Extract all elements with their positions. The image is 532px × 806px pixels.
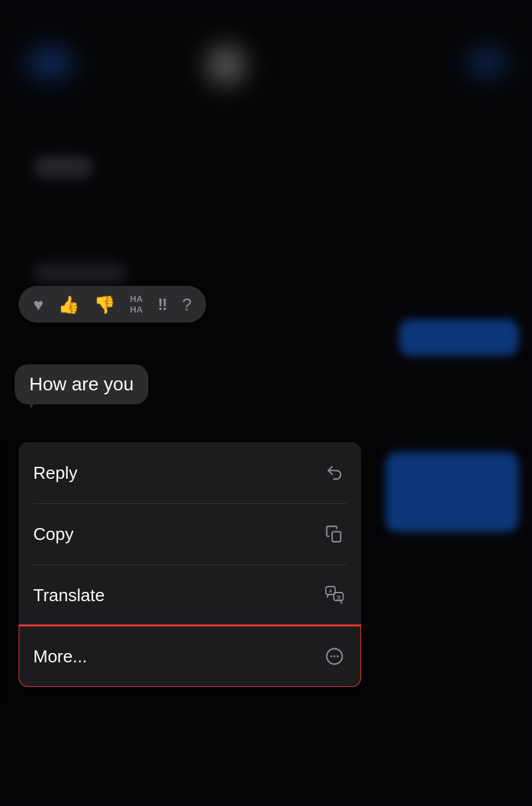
more-menu-item[interactable]: More...: [19, 626, 361, 687]
svg-rect-0: [332, 532, 341, 542]
reply-icon: [323, 461, 346, 485]
copy-label: Copy: [33, 524, 74, 545]
reaction-thumbs-down[interactable]: 👎: [94, 296, 115, 313]
reaction-exclamation[interactable]: ‼: [158, 297, 168, 313]
translate-label: Translate: [33, 585, 104, 606]
copy-menu-item[interactable]: Copy: [19, 503, 361, 565]
svg-text:文: 文: [336, 595, 341, 600]
more-icon: [323, 644, 346, 668]
context-menu: Reply Copy Translate: [19, 442, 361, 687]
reaction-haha[interactable]: HAHA: [130, 294, 143, 315]
more-label: More...: [33, 646, 87, 667]
svg-point-7: [334, 656, 336, 658]
translate-icon: A 文: [323, 583, 346, 607]
reply-menu-item[interactable]: Reply: [19, 442, 361, 503]
copy-icon: [323, 522, 346, 546]
reaction-question[interactable]: ?: [182, 296, 192, 313]
reaction-thumbs-up[interactable]: 👍: [58, 296, 79, 313]
svg-text:A: A: [329, 589, 332, 593]
reply-label: Reply: [33, 463, 77, 483]
content-layer: ♥ 👍 👎 HAHA ‼ ? How are you Reply Copy: [0, 0, 532, 806]
message-text: How are you: [29, 374, 134, 394]
message-bubble: How are you: [15, 364, 148, 404]
reaction-bar: ♥ 👍 👎 HAHA ‼ ?: [19, 286, 206, 323]
svg-point-6: [331, 656, 332, 658]
svg-point-8: [336, 656, 338, 658]
translate-menu-item[interactable]: Translate A 文: [19, 565, 361, 626]
reaction-heart[interactable]: ♥: [33, 296, 43, 313]
